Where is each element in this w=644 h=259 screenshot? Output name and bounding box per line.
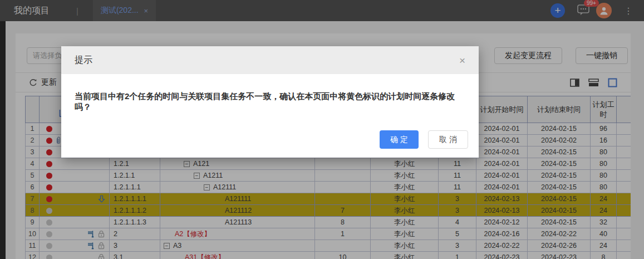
confirm-button[interactable]: 确 定: [380, 130, 419, 149]
cancel-button[interactable]: 取 消: [428, 130, 468, 149]
dialog-title: 提示: [75, 55, 92, 66]
dialog-message: 当前项目中有2个任务的时间与关联项目集任务不一致，确认在本页面中将黄色标识的计划…: [61, 74, 479, 113]
app-screen: 我的项目 | 测试(202... × + 99+ ⋮ 请选择负: [0, 0, 644, 259]
dialog-footer: 确 定 取 消: [380, 130, 468, 149]
dialog-header: 提示 ×: [61, 46, 479, 74]
confirm-dialog: 提示 × 当前项目中有2个任务的时间与关联项目集任务不一致，确认在本页面中将黄色…: [61, 46, 479, 158]
dialog-close-icon[interactable]: ×: [459, 55, 465, 66]
